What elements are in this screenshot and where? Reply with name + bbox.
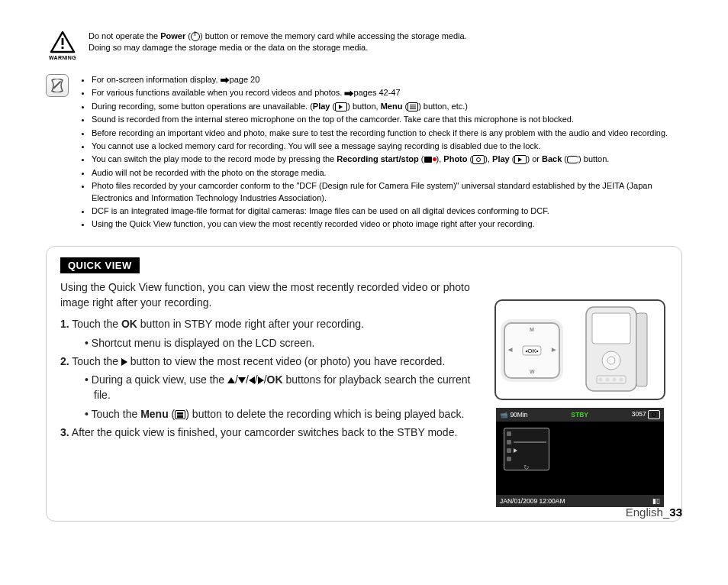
- dpad-illustration: M ◀ ▶ W •OK•: [504, 322, 560, 379]
- svg-point-6: [607, 357, 615, 364]
- svg-point-11: [620, 377, 623, 381]
- illustration-column: M ◀ ▶ W •OK•: [492, 299, 668, 507]
- left-icon: [249, 377, 255, 384]
- step-2: 2. Touch the button to view the most rec…: [60, 354, 480, 369]
- svg-point-10: [613, 377, 617, 381]
- note-item: You cannot use a locked memory card for …: [92, 141, 682, 152]
- svg-point-8: [599, 377, 603, 381]
- note-item: Sound is recorded from the internal ster…: [92, 114, 682, 125]
- quick-view-section: QUICK VIEW Using the Quick View function…: [46, 246, 682, 522]
- section-text: Using the Quick View function, you can v…: [60, 280, 480, 507]
- play-triangle-icon: [121, 358, 127, 366]
- step-3: 3. After the quick view is finished, you…: [60, 425, 480, 440]
- camcorder-icon: [575, 305, 659, 394]
- warning-label: WARNING: [49, 55, 76, 60]
- svg-rect-1: [62, 47, 64, 49]
- lcd-screen-illustration: 📹 90Min STBY 3057 ↻: [496, 408, 664, 507]
- note-list: For on-screen information display. page …: [78, 74, 682, 232]
- note-item: Audio will not be recorded with the phot…: [92, 167, 682, 179]
- screen-datetime: JAN/01/2009 12:00AM: [500, 497, 565, 505]
- recording-icon: [424, 155, 436, 164]
- svg-rect-3: [592, 313, 630, 344]
- note-item: During recording, some button operations…: [92, 101, 682, 112]
- photo-icon: [472, 155, 485, 164]
- note-block: For on-screen information display. page …: [46, 74, 682, 232]
- right-icon: [258, 377, 264, 384]
- menu-icon: [175, 410, 185, 419]
- note-item: Photo files recorded by your camcorder c…: [92, 180, 682, 204]
- step-1-sub: • Shortcut menu is displayed on the LCD …: [85, 335, 480, 351]
- note-icon: [46, 74, 69, 97]
- note-item: You can switch the play mode to the reco…: [92, 154, 682, 165]
- recording-mode-icon: 📹 90Min: [500, 411, 528, 419]
- device-illustration: M ◀ ▶ W •OK•: [494, 299, 665, 400]
- note-item: For various functions available when you…: [92, 87, 682, 99]
- warning-text: Do not operate the Power () button or re…: [89, 31, 467, 53]
- note-item: Using the Quick View function, you can v…: [92, 218, 682, 230]
- note-item: DCF is an integrated image-file format f…: [92, 205, 682, 217]
- play-icon: [335, 102, 347, 112]
- svg-point-9: [606, 377, 610, 381]
- page-ref-icon: [221, 77, 230, 83]
- photo-count: 3057: [632, 410, 660, 419]
- warning-icon-wrap: WARNING: [46, 31, 79, 60]
- down-icon: [238, 377, 246, 383]
- menu-icon: [407, 102, 418, 112]
- note-item: Before recording an important video and …: [92, 128, 682, 139]
- page-footer: English_33: [626, 506, 682, 519]
- svg-rect-4: [636, 313, 647, 386]
- warning-triangle-icon: [50, 31, 76, 53]
- shortcut-menu-box: ↻: [504, 428, 549, 470]
- svg-rect-0: [62, 38, 64, 45]
- section-title: QUICK VIEW: [60, 257, 140, 273]
- note-item: For on-screen information display. page …: [92, 74, 682, 86]
- power-icon: [191, 32, 200, 41]
- up-icon: [227, 377, 235, 383]
- stby-indicator: STBY: [571, 411, 588, 419]
- warning-block: WARNING Do not operate the Power () butt…: [46, 31, 682, 60]
- page-ref-icon: [344, 90, 353, 96]
- back-icon: [567, 156, 578, 163]
- step-2-sub1: • During a quick view, use the ////OK bu…: [85, 372, 480, 403]
- play-icon: [514, 155, 527, 164]
- step-2-sub2: • Touch the Menu () button to delete the…: [85, 406, 480, 422]
- battery-icon: ▮▯: [652, 497, 660, 505]
- step-1: 1. Touch the OK button in STBY mode righ…: [60, 316, 480, 331]
